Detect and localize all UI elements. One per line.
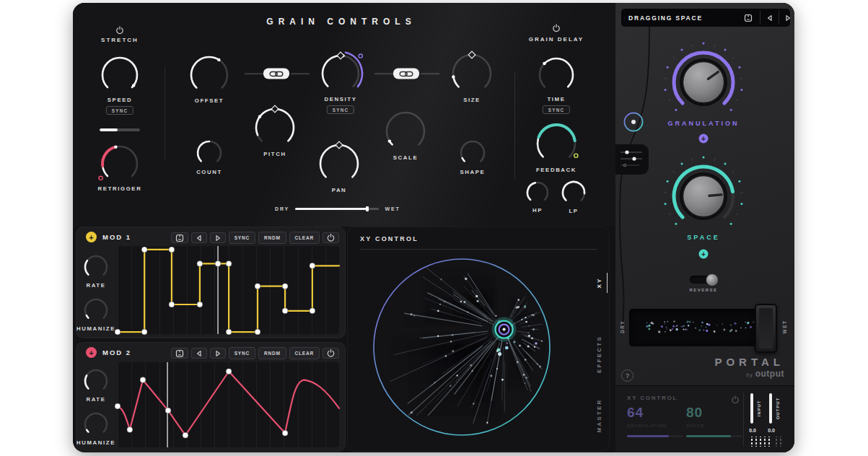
resize-grip-dots-dim: [773, 437, 783, 447]
space-assign-plus-button[interactable]: +: [699, 250, 709, 259]
preset-save-icon[interactable]: [171, 232, 188, 243]
stretch-label: STRETCH: [101, 37, 139, 43]
density-knob-label: DENSITY: [325, 96, 357, 102]
input-meter-value: 0.0: [749, 428, 756, 433]
input-meter: [750, 393, 753, 424]
wet-label-vertical: WET: [782, 320, 787, 334]
tab-xy[interactable]: XY: [596, 277, 602, 288]
lp-knob-label: LP: [569, 208, 578, 214]
offset-knob-label: OFFSET: [195, 97, 224, 104]
xy-x-bar: [627, 435, 683, 437]
divider: [165, 66, 165, 160]
sliders-icon: [619, 149, 644, 170]
input-meter-label: INPUT: [757, 400, 761, 417]
mod2-humanize-knob-label: HUMANIZE: [76, 439, 115, 446]
space-view-tab[interactable]: [621, 110, 646, 134]
dragging-space-panel: DRAGGING SPACE GRANULATION: [615, 3, 794, 452]
prev-preset-icon[interactable]: [763, 12, 777, 24]
mod1-panel: + MOD 1 SYNC RNDM CLEAR RATE HUMANIZE: [76, 227, 346, 338]
tab-xy-underline: [607, 273, 608, 293]
mod2-panel: + MOD 2 SYNC RNDM CLEAR RATE HUMANIZE: [76, 342, 346, 452]
next-arrow-icon[interactable]: [210, 348, 226, 359]
mod1-clear-button[interactable]: CLEAR: [289, 232, 320, 244]
mod1-graph[interactable]: [118, 246, 339, 334]
density-knob-sync-badge[interactable]: SYNC: [327, 105, 354, 114]
sliders-view-tab[interactable]: [615, 144, 649, 175]
pan-knob-label: PAN: [332, 187, 347, 193]
mod1-humanize-knob-label: HUMANIZE: [76, 325, 115, 332]
space-label: SPACE: [687, 234, 719, 241]
mod2-graph[interactable]: [118, 362, 339, 447]
link-line: [245, 73, 263, 74]
speed-knob-sync-badge[interactable]: SYNC: [106, 106, 133, 115]
xy-footer-panel: XY CONTROL 64 80 GRANULATION SPACE INPUT…: [615, 385, 794, 452]
tab-master[interactable]: MASTER: [596, 399, 602, 433]
output-brand: output: [755, 369, 784, 379]
help-button[interactable]: ?: [621, 369, 634, 382]
output-meter: [769, 393, 772, 424]
panel-curve-divider: [615, 25, 659, 335]
mod1-sync-button[interactable]: SYNC: [229, 232, 255, 244]
time-knob-sync-badge[interactable]: SYNC: [543, 105, 570, 114]
shape-knob-label: SHAPE: [460, 169, 486, 175]
xy-pad[interactable]: [348, 230, 609, 452]
mod1-power-icon[interactable]: [323, 232, 339, 243]
granulation-assign-plus-button[interactable]: +: [699, 134, 709, 144]
tab-effects[interactable]: EFFECTS: [596, 336, 602, 373]
dry-wet-slider[interactable]: [295, 208, 379, 210]
grain-delay-power-icon[interactable]: [553, 22, 561, 30]
xy-control-panel: XY CONTROL: [347, 227, 610, 452]
section-title: GRAIN CONTROLS: [266, 17, 416, 27]
footer-title: XY CONTROL: [627, 395, 678, 401]
link-density-size-button[interactable]: [393, 69, 419, 79]
next-preset-icon[interactable]: [781, 12, 794, 24]
mod1-rndm-button[interactable]: RNDM: [258, 232, 286, 244]
link-line: [421, 73, 439, 74]
footer-power-icon[interactable]: [732, 394, 740, 402]
speed-knob-label: SPEED: [108, 97, 132, 103]
reverse-label: REVERSE: [689, 288, 717, 292]
mod2-rndm-button[interactable]: RNDM: [258, 347, 286, 359]
prev-arrow-icon[interactable]: [191, 348, 207, 359]
scale-knob-label: SCALE: [393, 154, 418, 161]
preset-save-icon[interactable]: [741, 12, 755, 24]
dry-label: DRY: [275, 206, 289, 211]
divider: [514, 71, 515, 180]
granulation-label: GRANULATION: [668, 120, 740, 127]
size-knob-label: SIZE: [463, 97, 481, 103]
link-line: [291, 73, 310, 74]
preset-save-icon[interactable]: [171, 348, 188, 359]
prev-arrow-icon[interactable]: [191, 232, 207, 243]
reverse-toggle[interactable]: [690, 276, 717, 284]
chain-link-icon: [399, 67, 413, 80]
resize-grip-dots[interactable]: [748, 437, 773, 447]
stretch-power-icon[interactable]: [116, 25, 124, 32]
mod2-rate-knob-label: RATE: [86, 396, 105, 403]
next-arrow-icon[interactable]: [210, 232, 226, 243]
mod2-sync-button[interactable]: SYNC: [229, 347, 255, 359]
mod1-add-badge[interactable]: +: [86, 232, 97, 242]
grain-delay-label: GRAIN DELAY: [529, 36, 584, 43]
wet-label: WET: [385, 206, 400, 211]
toggle-thumb[interactable]: [706, 273, 719, 286]
dry-wet-trough[interactable]: [628, 308, 771, 347]
time-knob-label: TIME: [547, 96, 565, 102]
speed-mini-slider[interactable]: [100, 128, 140, 131]
mod1-title: MOD 1: [102, 233, 131, 241]
page: GRAIN CONTROLS STRETCH GRAIN DELAY SPEED…: [0, 0, 868, 456]
mod2-clear-button[interactable]: CLEAR: [289, 347, 320, 359]
xy-y-bar: [686, 435, 742, 437]
mod2-add-badge[interactable]: +: [86, 347, 97, 358]
mod2-power-icon[interactable]: [323, 348, 339, 359]
xy-y-value: 80: [686, 405, 703, 421]
xy-y-label: SPACE: [686, 424, 704, 428]
footer-divider: [743, 392, 744, 447]
xy-x-value: 64: [627, 405, 644, 421]
link-offset-density-button[interactable]: [263, 69, 289, 79]
output-meter-value: 0.0: [768, 428, 775, 433]
wet-slider-handle[interactable]: [755, 304, 777, 353]
grain-controls-section: GRAIN CONTROLS STRETCH GRAIN DELAY SPEED…: [73, 3, 615, 227]
dragging-space-title: DRAGGING SPACE: [628, 14, 703, 22]
dragging-space-header: DRAGGING SPACE: [621, 9, 790, 27]
count-knob-label: COUNT: [196, 169, 222, 175]
